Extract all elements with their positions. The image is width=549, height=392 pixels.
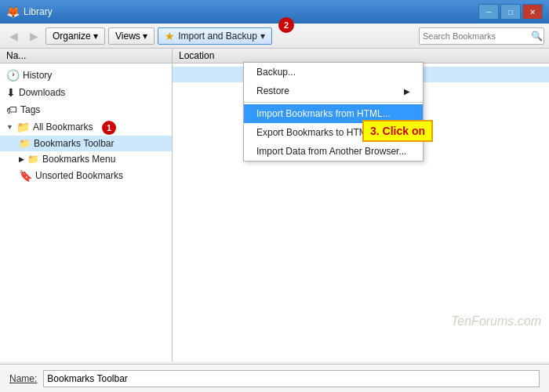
menu-item-import-other[interactable]: Import Data from Another Browser... xyxy=(244,142,423,161)
title-bar: 🦊 Library ─ □ ✕ xyxy=(0,0,549,24)
menu-import-other-label: Import Data from Another Browser... xyxy=(256,146,406,157)
step1-badge: 1 xyxy=(102,121,116,135)
views-button[interactable]: Views ▾ xyxy=(108,27,155,45)
sidebar-item-tags[interactable]: 🏷 Tags xyxy=(0,101,172,118)
all-bookmarks-icon: 📁 xyxy=(16,121,30,133)
sidebar-item-bookmarks-menu-label: Bookmarks Menu xyxy=(42,154,115,165)
import-backup-label: Import and Backup xyxy=(178,31,257,42)
menu-separator xyxy=(244,102,423,103)
sidebar-item-unsorted-bookmarks[interactable]: 🔖 Unsorted Bookmarks xyxy=(0,167,172,184)
sidebar-item-bookmarks-toolbar-label: Bookmarks Toolbar xyxy=(34,138,115,149)
bookmarks-toolbar-icon: 📁 xyxy=(19,138,31,149)
sidebar-item-downloads-label: Downloads xyxy=(19,87,65,98)
col-header-name: Na... xyxy=(0,49,173,63)
callout-text: 3. Click on xyxy=(370,125,425,137)
search-button[interactable]: 🔍 xyxy=(531,31,543,42)
window-controls: ─ □ ✕ xyxy=(478,4,543,20)
submenu-arrow-icon: ▶ xyxy=(404,87,410,96)
views-label: Views ▾ xyxy=(115,31,147,42)
tags-icon: 🏷 xyxy=(6,103,17,116)
sidebar-item-tags-label: Tags xyxy=(20,104,40,115)
window-title: Library xyxy=(24,6,478,17)
organize-button[interactable]: Organize ▾ xyxy=(45,27,105,45)
search-box: 🔍 xyxy=(419,27,544,45)
organize-label: Organize ▾ xyxy=(53,31,98,42)
sidebar-item-bookmarks-toolbar[interactable]: 📁 Bookmarks Toolbar xyxy=(0,136,172,151)
menu-import-html-label: Import Bookmarks from HTML... xyxy=(256,108,391,119)
sidebar-item-all-bookmarks-label: All Bookmarks xyxy=(33,122,93,132)
step2-badge: 2 xyxy=(278,17,294,33)
col-header-location: Location xyxy=(173,49,549,63)
history-icon: 🕐 xyxy=(6,69,20,82)
sidebar-item-all-bookmarks[interactable]: ▼ 📁 All Bookmarks 1 xyxy=(0,118,172,136)
dropdown-arrow-icon: ▾ xyxy=(260,31,265,42)
sidebar-item-unsorted-bookmarks-label: Unsorted Bookmarks xyxy=(35,170,123,181)
menu-restore-label: Restore xyxy=(256,85,289,96)
close-button[interactable]: ✕ xyxy=(522,4,543,20)
menu-item-restore[interactable]: Restore ▶ xyxy=(244,82,423,100)
sidebar-item-downloads[interactable]: ⬇ Downloads xyxy=(0,84,172,101)
expand-arrow-bm-icon: ▶ xyxy=(19,155,24,163)
menu-item-backup[interactable]: Backup... xyxy=(244,63,423,82)
sidebar: 🕐 History ⬇ Downloads 🏷 Tags ▼ 📁 All Boo… xyxy=(0,64,173,361)
toolbar: ◀ ▶ Organize ▾ Views ▾ ★ Import and Back… xyxy=(0,24,549,49)
name-label: Name: xyxy=(9,373,37,384)
maximize-button[interactable]: □ xyxy=(500,4,521,20)
menu-export-html-label: Export Bookmarks to HTML... xyxy=(256,127,380,138)
name-input[interactable] xyxy=(43,370,540,387)
app-icon: 🦊 xyxy=(6,5,19,18)
menu-backup-label: Backup... xyxy=(256,67,296,78)
callout-box: 3. Click on xyxy=(362,120,433,142)
import-backup-button[interactable]: ★ Import and Backup ▾ xyxy=(158,27,272,45)
main-content: 🕐 History ⬇ Downloads 🏷 Tags ▼ 📁 All Boo… xyxy=(0,64,549,361)
minimize-button[interactable]: ─ xyxy=(478,4,499,20)
sidebar-item-history-label: History xyxy=(23,70,52,81)
back-button[interactable]: ◀ xyxy=(5,27,22,45)
search-input[interactable] xyxy=(423,31,531,41)
forward-button[interactable]: ▶ xyxy=(25,27,42,45)
dropdown-menu: Backup... Restore ▶ Import Bookmarks fro… xyxy=(243,62,424,162)
downloads-icon: ⬇ xyxy=(6,86,16,99)
sidebar-item-history[interactable]: 🕐 History xyxy=(0,67,172,84)
sidebar-item-bookmarks-menu[interactable]: ▶ 📁 Bookmarks Menu xyxy=(0,151,172,167)
name-bar: Name: xyxy=(0,364,549,392)
unsorted-bookmarks-icon: 🔖 xyxy=(19,169,32,182)
expand-arrow-icon: ▼ xyxy=(6,123,13,131)
star-icon: ★ xyxy=(165,30,175,42)
bookmarks-menu-icon: 📁 xyxy=(27,154,39,165)
